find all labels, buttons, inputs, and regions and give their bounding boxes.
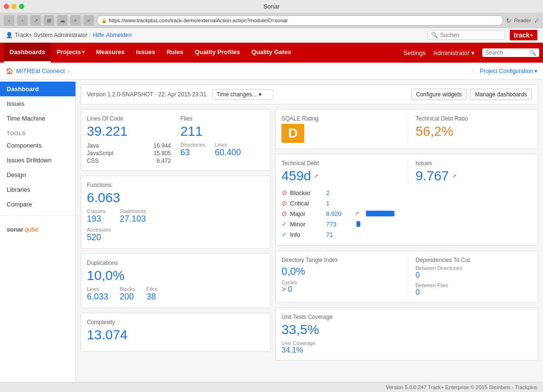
sidebar-item-issues[interactable]: Issues: [0, 96, 75, 111]
cycles-value[interactable]: > 0: [281, 285, 398, 294]
functions-value[interactable]: 6.063: [87, 190, 264, 205]
tangle-panel: Directory Tangle Index 0,0% Cycles > 0 D…: [275, 251, 538, 303]
major-icon: ⊘: [281, 210, 287, 217]
extension-button[interactable]: ✓: [84, 15, 94, 26]
accessors-value[interactable]: 520: [87, 233, 264, 243]
add-tab-button[interactable]: +: [70, 15, 81, 26]
help-link[interactable]: Hilfe: [93, 32, 104, 38]
share-button[interactable]: ↗: [30, 15, 41, 26]
sidebar-item-time-machine[interactable]: Time Machine: [0, 111, 75, 126]
minimize-dot[interactable]: [11, 4, 17, 9]
debt-ratio-title: Technical Debt Ratio: [416, 115, 533, 122]
sidebar: Dashboard Issues Time Machine TOOLS Comp…: [0, 80, 76, 392]
classes-value[interactable]: 193: [87, 214, 105, 224]
header-search-input[interactable]: [440, 32, 502, 38]
directories-value[interactable]: 63: [180, 148, 206, 158]
loc-title: Lines Of Code: [87, 115, 171, 122]
nav-settings[interactable]: Settings: [403, 49, 426, 56]
statements-value[interactable]: 27.103: [120, 214, 146, 224]
header-search-box[interactable]: 🔍: [428, 30, 505, 40]
nav-item-quality-profiles[interactable]: Quality Profiles: [189, 43, 245, 63]
admin-arrow: ▾: [471, 49, 475, 56]
complexity-value[interactable]: 13.074: [87, 327, 264, 343]
search-icon: 🔍: [431, 32, 438, 38]
cycles-label: Cycles: [281, 280, 398, 285]
time-dropdown[interactable]: Time changes... ▾: [212, 89, 273, 100]
right-panel: SQALE Rating D Technical Debt Ratio 56,2…: [275, 109, 538, 365]
issue-row-major: ⊘ Major 8.920 ↗: [281, 208, 532, 219]
between-files-value[interactable]: 0: [416, 288, 533, 297]
content-area: Dashboard Issues Time Machine TOOLS Comp…: [0, 80, 543, 392]
app-footer: Version 5.0.0.247 Track+ Enterprise © 20…: [0, 382, 543, 392]
star-icon[interactable]: ☆: [470, 67, 476, 75]
manage-dashboards-button[interactable]: Manage dashboards: [470, 89, 532, 100]
lines-value[interactable]: 60.400: [215, 148, 241, 158]
projects-arrow: ▾: [82, 49, 84, 55]
nav-search-input[interactable]: [485, 49, 528, 56]
loc-value[interactable]: 39.221: [87, 124, 171, 139]
svg-text:qube: qube: [25, 226, 38, 233]
close-dot[interactable]: [4, 4, 9, 9]
tech-debt-trend-icon: ↗: [314, 173, 318, 179]
sidebar-item-components[interactable]: Components: [0, 138, 75, 153]
nav-search-box[interactable]: 🔍: [482, 48, 539, 57]
unit-tests-value[interactable]: 33,5%: [281, 322, 532, 337]
accessors-label: Accessors: [87, 227, 264, 233]
issues-value[interactable]: 9.767: [416, 168, 449, 184]
cloud-button[interactable]: ☁: [57, 15, 67, 26]
reload-button[interactable]: ↻: [506, 17, 511, 24]
issues-title: Issues: [416, 160, 533, 167]
tech-debt-value[interactable]: 459d: [281, 168, 311, 184]
nav-item-projects[interactable]: Projects ▾: [51, 43, 90, 63]
issues-trend-icon: ↗: [452, 173, 457, 179]
dup-title: Duplications: [87, 260, 264, 266]
line-coverage-value[interactable]: 34.1%: [281, 346, 532, 355]
dup-files-value[interactable]: 38: [146, 292, 157, 302]
app-header-top: 👤 Track+ System Administrator | Hilfe Ab…: [0, 28, 543, 43]
nav-item-quality-gates[interactable]: Quality Gates: [246, 43, 297, 63]
dup-lines-value[interactable]: 6.033: [87, 292, 108, 302]
breadcrumb-project-link[interactable]: MITREid Connect: [16, 67, 65, 75]
nav-item-dashboards[interactable]: Dashboards: [4, 43, 51, 63]
nav-item-measures[interactable]: Measures: [90, 43, 130, 63]
logout-link[interactable]: Abmelden: [106, 32, 131, 38]
classes-label: Classes: [87, 208, 105, 214]
nav-item-issues[interactable]: Issues: [130, 43, 160, 63]
dropdown-arrow: ▾: [259, 91, 262, 98]
maximize-dot[interactable]: [19, 4, 24, 9]
reader-button[interactable]: Reader: [514, 18, 531, 23]
files-value[interactable]: 211: [180, 124, 264, 139]
browser-toolbar: ‹ › ↗ ⊞ ☁ + ✓ 🔒 https://www.trackplus.co…: [0, 13, 543, 28]
between-dirs-value[interactable]: 0: [416, 271, 533, 280]
browser-dots: [4, 4, 24, 9]
project-config-link[interactable]: Project Configuration ▾: [480, 68, 537, 75]
loc-javascript: JavaScript 15.805: [87, 149, 171, 157]
tools-section-title: TOOLS: [0, 126, 75, 138]
forward-button[interactable]: ›: [17, 15, 28, 26]
minor-icon: ✓: [281, 220, 287, 228]
sidebar-item-design[interactable]: Design: [0, 168, 75, 182]
sidebar-item-libraries[interactable]: Libraries: [0, 182, 75, 197]
line-coverage-label: Line Coverage: [281, 340, 532, 346]
breadcrumb-right: ☆ Project Configuration ▾: [470, 67, 537, 75]
dup-blocks-value[interactable]: 200: [120, 292, 135, 302]
sidebar-item-issues-drilldown[interactable]: Issues Drilldown: [0, 153, 75, 168]
critical-icon: ⊘: [281, 199, 287, 207]
functions-title: Functions: [87, 182, 264, 188]
between-dirs-label: Between Directories: [416, 265, 533, 271]
back-button[interactable]: ‹: [4, 15, 14, 26]
sidebar-item-dashboard[interactable]: Dashboard: [0, 82, 75, 96]
url-bar[interactable]: 🔒 https://www.trackplus.com/track-demo/e…: [97, 15, 503, 26]
nav-item-rules[interactable]: Rules: [161, 43, 189, 63]
dup-value[interactable]: 10,0%: [87, 268, 264, 283]
bookmark-button[interactable]: ⊞: [44, 15, 54, 26]
sidebar-item-compare[interactable]: Compare: [0, 197, 75, 212]
nav-admin[interactable]: Administrator ▾: [433, 49, 475, 56]
sqale-grade[interactable]: D: [281, 124, 304, 143]
user-icon: 👤: [6, 32, 13, 38]
duplications-panel: Duplications 10,0% Lines 6.033 Blocks 20…: [81, 253, 271, 308]
configure-widgets-button[interactable]: Configure widgets: [411, 89, 467, 100]
fullscreen-button[interactable]: ⤢: [534, 17, 539, 24]
tangle-value[interactable]: 0,0%: [281, 265, 398, 278]
debt-ratio-value[interactable]: 56,2%: [416, 124, 533, 139]
